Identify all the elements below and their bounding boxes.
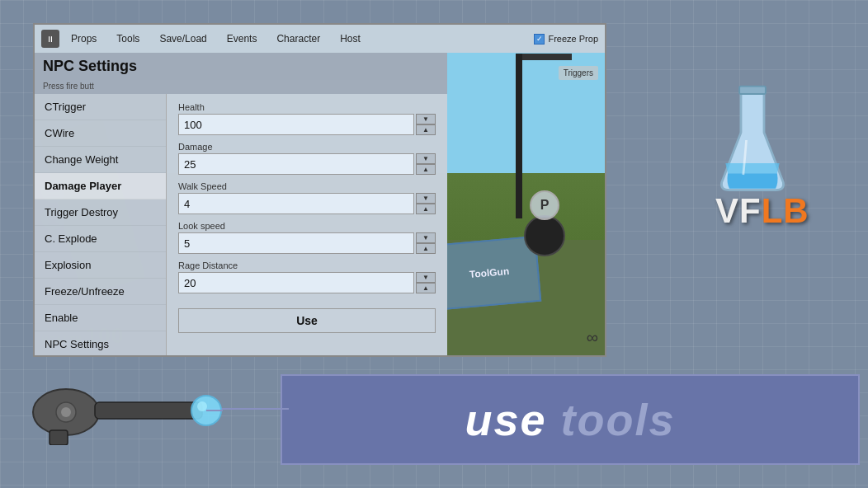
tab-saveload[interactable]: Save/Load <box>151 30 215 48</box>
flask-logo-container: VFLB <box>711 82 818 231</box>
look-speed-arrows: ▼ ▲ <box>416 232 436 254</box>
damage-label: Damage <box>178 142 436 152</box>
npc-panel-subtitle: Press fire butt <box>35 80 447 94</box>
damage-arrows: ▼ ▲ <box>416 153 436 175</box>
svg-rect-5 <box>50 430 68 445</box>
npc-panel-title: NPC Settings <box>35 53 447 80</box>
tab-props[interactable]: Props <box>63 30 105 48</box>
health-input-row: ▼ ▲ <box>178 114 436 135</box>
banner-tools-text: tools <box>561 395 676 444</box>
triggers-label: Triggers <box>559 66 598 80</box>
toolgun-box: ToolGun <box>437 236 542 310</box>
walk-speed-setting: Walk Speed ▼ ▲ <box>178 181 436 214</box>
damage-setting: Damage ▼ ▲ <box>178 142 436 175</box>
pause-icon: ⏸ <box>46 35 54 44</box>
rage-distance-setting: Rage Distance ▼ ▲ <box>178 260 436 293</box>
freeze-prop-label: Freeze Prop <box>548 34 598 44</box>
tool-container <box>25 371 223 453</box>
svg-point-4 <box>197 401 207 411</box>
walk-speed-arrows: ▼ ▲ <box>416 193 436 214</box>
look-speed-label: Look speed <box>178 221 436 231</box>
lb-text: LB <box>762 191 809 230</box>
list-item-enable[interactable]: Enable <box>35 305 166 331</box>
svg-rect-2 <box>95 402 202 419</box>
vf-text: VF <box>715 191 762 230</box>
list-item-cwire[interactable]: CWire <box>35 120 166 147</box>
avatar-circle <box>524 215 565 256</box>
look-speed-input[interactable] <box>178 232 414 254</box>
toolgun-label: ToolGun <box>469 265 509 280</box>
health-up-arrow[interactable]: ▲ <box>416 124 436 135</box>
walk-speed-up-arrow[interactable]: ▲ <box>416 204 436 214</box>
tab-character[interactable]: Character <box>268 30 328 48</box>
health-down-arrow[interactable]: ▼ <box>416 114 436 124</box>
list-item-damage-player[interactable]: Damage Player <box>35 173 166 199</box>
walk-speed-label: Walk Speed <box>178 181 436 191</box>
list-item-c-explode[interactable]: C. Explode <box>35 226 166 252</box>
rage-distance-arrows: ▼ ▲ <box>416 272 436 293</box>
svg-point-7 <box>61 407 71 417</box>
walk-speed-down-arrow[interactable]: ▼ <box>416 193 436 204</box>
rage-distance-label: Rage Distance <box>178 260 436 270</box>
walk-speed-input-row: ▼ ▲ <box>178 193 436 214</box>
vflb-logo-text: VFLB <box>715 191 809 231</box>
list-item-change-weight[interactable]: Change Weight <box>35 147 166 173</box>
p-button[interactable]: P <box>530 190 559 220</box>
list-item-npc-settings[interactable]: NPC Settings <box>35 331 166 357</box>
pause-button[interactable]: ⏸ <box>41 30 59 48</box>
list-item-trigger-destroy[interactable]: Trigger Destroy <box>35 199 166 226</box>
menu-bar: ⏸ Props Tools Save/Load Events Character… <box>35 25 605 53</box>
dark-pole <box>516 54 522 218</box>
freeze-prop-checkbox[interactable]: ✓ <box>534 34 545 45</box>
damage-input[interactable] <box>178 153 414 175</box>
npc-panel: NPC Settings Press fire butt CTrigger CW… <box>35 53 447 357</box>
npc-panel-body: CTrigger CWire Change Weight Damage Play… <box>35 94 447 357</box>
health-arrows: ▼ ▲ <box>416 114 436 135</box>
health-label: Health <box>178 102 436 112</box>
portal-gun-svg <box>25 371 223 445</box>
rage-distance-up-arrow[interactable]: ▲ <box>416 283 436 293</box>
game-screenshot: ToolGun ⏸ Props Tools Save/Load Events C… <box>33 23 606 357</box>
freeze-prop-container: ✓ Freeze Prop <box>534 34 598 45</box>
walk-speed-input[interactable] <box>178 193 414 214</box>
damage-input-row: ▼ ▲ <box>178 153 436 175</box>
infinity-symbol: ∞ <box>587 328 598 347</box>
tab-host[interactable]: Host <box>332 30 369 48</box>
look-speed-down-arrow[interactable]: ▼ <box>416 232 436 243</box>
banner-text: use tools <box>465 394 675 445</box>
list-item-freeze-unfreeze[interactable]: Freeze/Unfreeze <box>35 279 166 305</box>
flask-svg <box>711 82 794 198</box>
dark-platform <box>522 54 572 60</box>
banner-use-text: use <box>465 395 546 444</box>
tab-tools[interactable]: Tools <box>108 30 148 48</box>
damage-up-arrow[interactable]: ▲ <box>416 164 436 175</box>
tab-events[interactable]: Events <box>219 30 266 48</box>
damage-down-arrow[interactable]: ▼ <box>416 153 436 164</box>
npc-settings-panel: Health ▼ ▲ Damage <box>167 94 447 357</box>
look-speed-up-arrow[interactable]: ▲ <box>416 243 436 254</box>
rage-distance-input-row: ▼ ▲ <box>178 272 436 293</box>
look-speed-setting: Look speed ▼ ▲ <box>178 221 436 254</box>
health-input[interactable] <box>178 114 414 135</box>
svg-rect-0 <box>739 87 766 94</box>
bottom-banner: use tools <box>281 374 860 465</box>
health-setting: Health ▼ ▲ <box>178 102 436 135</box>
use-button[interactable]: Use <box>178 308 436 333</box>
npc-list: CTrigger CWire Change Weight Damage Play… <box>35 94 167 357</box>
list-item-ctrigger[interactable]: CTrigger <box>35 94 166 120</box>
rage-distance-down-arrow[interactable]: ▼ <box>416 272 436 283</box>
list-item-explosion[interactable]: Explosion <box>35 252 166 279</box>
look-speed-input-row: ▼ ▲ <box>178 232 436 254</box>
rage-distance-input[interactable] <box>178 272 414 293</box>
